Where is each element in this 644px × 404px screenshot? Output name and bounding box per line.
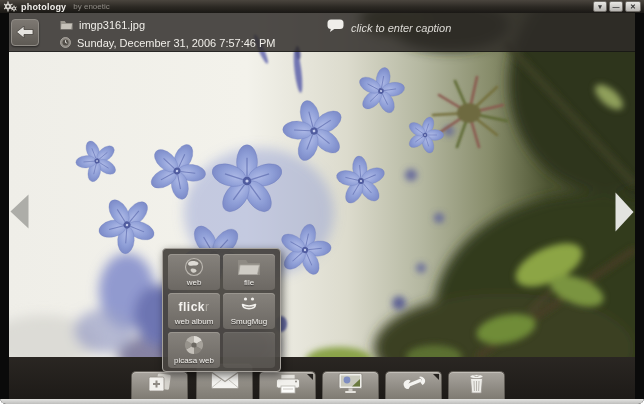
monitor-photo-icon	[338, 373, 363, 398]
titlebar: photology by enoetic ▾ — ✕	[0, 0, 644, 13]
app-byline: by enoetic	[73, 2, 109, 11]
share-menu-popup: web file flickr web album S	[162, 248, 281, 372]
photo-info-header: imgp3161.jpg Sunday, December 31, 2006 7…	[9, 13, 635, 52]
minimize-button[interactable]: —	[609, 1, 623, 12]
submenu-indicator-icon	[307, 374, 313, 380]
close-button[interactable]: ✕	[625, 1, 641, 12]
printer-icon	[275, 374, 301, 398]
share-menu-label: web album	[175, 317, 214, 329]
window-left-edge	[0, 13, 9, 399]
folder-icon	[223, 257, 275, 276]
share-menu-item-file[interactable]: file	[223, 254, 275, 290]
photo-viewer[interactable]	[9, 13, 635, 357]
share-menu-label: SmugMug	[231, 317, 267, 329]
share-menu-item-web[interactable]: web	[168, 254, 220, 290]
folder-icon	[60, 16, 73, 34]
share-menu-label: file	[244, 278, 254, 290]
smiley-icon	[223, 296, 275, 314]
previous-photo-arrow[interactable]	[10, 194, 29, 233]
add-photos-button[interactable]	[131, 371, 188, 399]
share-menu-item-flickr[interactable]: flickr web album	[168, 293, 220, 329]
share-menu-item-picasa[interactable]: picasa web	[168, 332, 220, 368]
photology-logo-icon	[4, 0, 17, 16]
share-menu-item-empty	[223, 332, 275, 368]
photo-filename: imgp3161.jpg	[79, 19, 145, 31]
window-menu-button[interactable]: ▾	[593, 1, 607, 12]
envelope-icon	[211, 371, 239, 393]
flickr-logo: flickr	[168, 300, 220, 314]
share-menu-item-smugmug[interactable]: SmugMug	[223, 293, 275, 329]
back-button[interactable]	[11, 19, 39, 46]
globe-icon	[168, 257, 220, 277]
clock-icon	[60, 34, 71, 52]
trash-icon	[468, 373, 485, 398]
app-window: photology by enoetic ▾ — ✕ imgp31	[0, 0, 644, 404]
app-title: photology	[21, 2, 66, 12]
share-menu-label: picasa web	[174, 356, 214, 368]
photos-plus-icon	[147, 373, 173, 398]
print-button[interactable]	[259, 371, 316, 399]
tools-button[interactable]	[385, 371, 442, 399]
wrench-icon	[401, 376, 426, 396]
window-right-edge	[635, 13, 644, 399]
submenu-indicator-icon	[433, 374, 439, 380]
back-arrow-icon	[16, 24, 34, 42]
window-bottom-edge	[0, 399, 644, 404]
caption-placeholder[interactable]: click to enter caption	[351, 22, 451, 34]
speech-bubble-icon	[327, 19, 344, 37]
set-wallpaper-button[interactable]	[322, 371, 379, 399]
pinwheel-icon	[168, 335, 220, 355]
share-menu-label: web	[187, 278, 202, 290]
photo-blue-plumbago	[9, 13, 635, 357]
photo-datetime: Sunday, December 31, 2006 7:57:46 PM	[77, 37, 276, 49]
delete-button[interactable]	[448, 371, 505, 399]
next-photo-arrow[interactable]	[615, 192, 634, 236]
